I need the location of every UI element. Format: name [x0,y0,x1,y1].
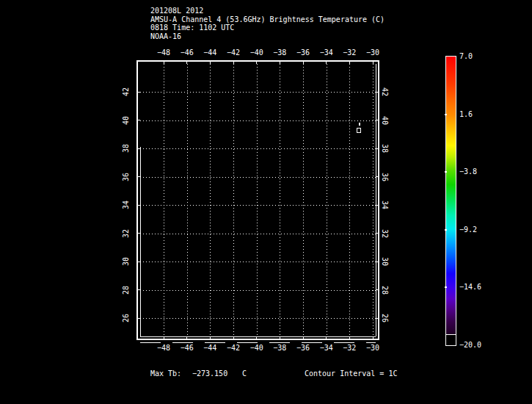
x-axis-label-top: −46 [181,48,194,57]
y-axis-label-left: 34 [122,201,131,209]
y-axis-label-left: 42 [122,87,131,96]
axis-tick-right [376,92,379,93]
x-axis-label-bottom: −30 [366,344,379,353]
axis-tick-right [376,205,379,206]
x-axis-label-bottom: −48 [157,344,170,353]
x-axis-label-top: −40 [250,48,263,57]
grid-hline [140,290,376,291]
axis-tick-left [136,120,140,120]
colorbar-frame [445,56,456,346]
y-axis-label-right: 26 [380,314,389,322]
axis-tick-left [136,289,140,290]
x-axis-label-bottom: −40 [250,344,263,353]
y-axis-label-right: 42 [380,87,389,96]
axis-tick-right [376,233,379,234]
axis-tick-bottom [233,336,234,340]
colorbar-tick [445,171,447,173]
colorbar-tick-label: −3.8 [459,167,477,176]
axis-tick-top [164,60,164,64]
colorbar-tick-label: 7.0 [459,52,473,61]
grid-vline [164,64,164,336]
grid-vline [373,64,374,336]
axis-tick-left [136,148,140,149]
axis-tick-top [280,60,280,64]
x-axis-label-top: −30 [366,48,379,57]
swath-edge-dashed-line [140,342,376,343]
axis-tick-top [210,60,211,64]
plot-frame [136,60,379,340]
y-axis-label-right: 36 [380,172,389,181]
grid-vline [280,64,280,336]
max-tb-value: −273.150 [192,369,227,378]
x-axis-label-bottom: −44 [203,344,216,353]
y-axis-label-left: 28 [122,285,131,294]
x-axis-label-top: −38 [273,48,286,57]
y-axis-label-left: 26 [122,314,131,322]
x-axis-label-top: −44 [203,48,216,57]
grid-hline [140,318,376,319]
axis-tick-left [136,176,140,177]
axis-tick-left [136,261,140,262]
header-line-time: 0818 Time: 1102 UTC [150,24,385,32]
axis-tick-bottom [349,336,350,340]
grid-hline [140,261,376,262]
plot-canvas: 201208L 2012 AMSU-A Channel 4 (53.6GHz) … [0,0,532,404]
colorbar-tick-label: −14.6 [459,284,481,292]
y-axis-label-left: 32 [122,228,131,237]
colorbar-tick [445,229,447,231]
colorbar-tick [445,286,447,288]
colorbar-tick-label: 1.6 [459,110,473,119]
grid-vline [327,64,327,336]
y-axis-label-right: 38 [380,144,389,153]
grid-vline [303,64,304,336]
x-axis-label-bottom: −36 [296,344,310,353]
axis-tick-left [136,318,140,319]
axis-tick-bottom [256,336,257,340]
axis-tick-bottom [326,336,327,340]
axis-tick-right [376,261,379,262]
grid-vline [257,64,258,336]
x-axis-label-bottom: −42 [227,344,240,353]
grid-hline [140,148,376,149]
axis-tick-right [376,120,379,120]
y-axis-label-left: 38 [122,144,131,153]
axis-tick-top [303,60,304,64]
x-axis-label-bottom: −46 [181,344,194,353]
axis-tick-right [376,289,379,290]
grid-vline [210,64,211,336]
axis-tick-bottom [280,336,280,340]
y-axis-label-right: 34 [380,201,389,209]
y-axis-label-right: 40 [380,115,389,124]
axis-tick-top [373,60,374,64]
swath-edge-right-line [376,64,376,336]
axis-tick-bottom [164,336,164,340]
x-axis-label-top: −34 [320,48,333,57]
x-axis-label-top: −48 [157,48,170,57]
azores-flores-island-marker [357,128,361,133]
x-axis-label-top: −32 [343,48,356,57]
y-axis-label-right: 28 [380,285,389,294]
axis-tick-bottom [373,336,374,340]
grid-hline [140,92,376,93]
x-axis-label-bottom: −34 [320,344,333,353]
axis-tick-right [376,318,379,319]
colorbar-tick [445,114,447,115]
y-axis-label-left: 40 [122,115,131,124]
axis-tick-left [136,205,140,206]
axis-tick-right [376,176,379,177]
x-axis-label-bottom: −32 [343,344,356,353]
grid-vline [349,64,350,336]
grid-vline [233,64,234,336]
axis-tick-top [326,60,327,64]
axis-tick-top [233,60,234,64]
grid-hline [140,120,376,121]
grid-hline [140,205,376,206]
y-axis-label-right: 30 [380,257,389,266]
header-line-date: 201208L 2012 [150,7,385,15]
grid-hline [140,234,376,234]
grid-hline [140,177,376,178]
header-block: 201208L 2012 AMSU-A Channel 4 (53.6GHz) … [150,7,385,40]
swath-edge-left-line [140,147,141,336]
swath-edge-bottom-line [140,336,376,337]
y-axis-label-right: 32 [380,228,389,237]
